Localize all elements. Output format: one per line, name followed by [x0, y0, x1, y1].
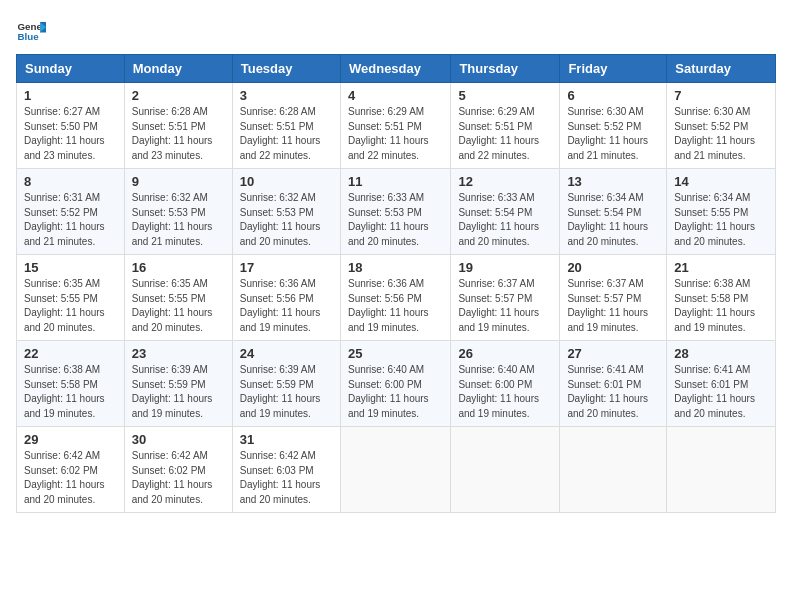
day-info: Sunrise: 6:40 AM Sunset: 6:00 PM Dayligh…	[458, 363, 552, 421]
calendar-cell: 29Sunrise: 6:42 AM Sunset: 6:02 PM Dayli…	[17, 427, 125, 513]
calendar-cell: 25Sunrise: 6:40 AM Sunset: 6:00 PM Dayli…	[340, 341, 450, 427]
day-info: Sunrise: 6:39 AM Sunset: 5:59 PM Dayligh…	[132, 363, 225, 421]
calendar-cell: 8Sunrise: 6:31 AM Sunset: 5:52 PM Daylig…	[17, 169, 125, 255]
calendar-week-row: 29Sunrise: 6:42 AM Sunset: 6:02 PM Dayli…	[17, 427, 776, 513]
calendar-cell: 11Sunrise: 6:33 AM Sunset: 5:53 PM Dayli…	[340, 169, 450, 255]
calendar-cell: 28Sunrise: 6:41 AM Sunset: 6:01 PM Dayli…	[667, 341, 776, 427]
day-info: Sunrise: 6:33 AM Sunset: 5:54 PM Dayligh…	[458, 191, 552, 249]
calendar-cell	[451, 427, 560, 513]
day-number: 30	[132, 432, 225, 447]
day-info: Sunrise: 6:42 AM Sunset: 6:02 PM Dayligh…	[132, 449, 225, 507]
calendar-cell: 6Sunrise: 6:30 AM Sunset: 5:52 PM Daylig…	[560, 83, 667, 169]
day-info: Sunrise: 6:32 AM Sunset: 5:53 PM Dayligh…	[132, 191, 225, 249]
day-info: Sunrise: 6:36 AM Sunset: 5:56 PM Dayligh…	[240, 277, 333, 335]
day-number: 7	[674, 88, 768, 103]
day-number: 2	[132, 88, 225, 103]
calendar-week-row: 8Sunrise: 6:31 AM Sunset: 5:52 PM Daylig…	[17, 169, 776, 255]
calendar-cell: 3Sunrise: 6:28 AM Sunset: 5:51 PM Daylig…	[232, 83, 340, 169]
day-info: Sunrise: 6:41 AM Sunset: 6:01 PM Dayligh…	[674, 363, 768, 421]
day-info: Sunrise: 6:32 AM Sunset: 5:53 PM Dayligh…	[240, 191, 333, 249]
weekday-header: Friday	[560, 55, 667, 83]
day-info: Sunrise: 6:36 AM Sunset: 5:56 PM Dayligh…	[348, 277, 443, 335]
calendar-cell: 26Sunrise: 6:40 AM Sunset: 6:00 PM Dayli…	[451, 341, 560, 427]
weekday-header: Wednesday	[340, 55, 450, 83]
calendar-cell: 10Sunrise: 6:32 AM Sunset: 5:53 PM Dayli…	[232, 169, 340, 255]
weekday-header: Thursday	[451, 55, 560, 83]
calendar-cell: 21Sunrise: 6:38 AM Sunset: 5:58 PM Dayli…	[667, 255, 776, 341]
day-number: 1	[24, 88, 117, 103]
day-info: Sunrise: 6:39 AM Sunset: 5:59 PM Dayligh…	[240, 363, 333, 421]
day-info: Sunrise: 6:37 AM Sunset: 5:57 PM Dayligh…	[458, 277, 552, 335]
weekday-header: Sunday	[17, 55, 125, 83]
day-info: Sunrise: 6:38 AM Sunset: 5:58 PM Dayligh…	[674, 277, 768, 335]
day-number: 5	[458, 88, 552, 103]
calendar-cell: 18Sunrise: 6:36 AM Sunset: 5:56 PM Dayli…	[340, 255, 450, 341]
day-number: 24	[240, 346, 333, 361]
calendar-cell: 23Sunrise: 6:39 AM Sunset: 5:59 PM Dayli…	[124, 341, 232, 427]
day-info: Sunrise: 6:28 AM Sunset: 5:51 PM Dayligh…	[132, 105, 225, 163]
calendar-cell: 4Sunrise: 6:29 AM Sunset: 5:51 PM Daylig…	[340, 83, 450, 169]
calendar-cell: 7Sunrise: 6:30 AM Sunset: 5:52 PM Daylig…	[667, 83, 776, 169]
calendar-header-row: SundayMondayTuesdayWednesdayThursdayFrid…	[17, 55, 776, 83]
day-number: 21	[674, 260, 768, 275]
day-number: 11	[348, 174, 443, 189]
day-info: Sunrise: 6:31 AM Sunset: 5:52 PM Dayligh…	[24, 191, 117, 249]
calendar-cell: 30Sunrise: 6:42 AM Sunset: 6:02 PM Dayli…	[124, 427, 232, 513]
calendar-week-row: 15Sunrise: 6:35 AM Sunset: 5:55 PM Dayli…	[17, 255, 776, 341]
day-number: 18	[348, 260, 443, 275]
day-number: 20	[567, 260, 659, 275]
day-info: Sunrise: 6:29 AM Sunset: 5:51 PM Dayligh…	[458, 105, 552, 163]
day-info: Sunrise: 6:42 AM Sunset: 6:02 PM Dayligh…	[24, 449, 117, 507]
day-number: 23	[132, 346, 225, 361]
day-info: Sunrise: 6:38 AM Sunset: 5:58 PM Dayligh…	[24, 363, 117, 421]
calendar-cell: 27Sunrise: 6:41 AM Sunset: 6:01 PM Dayli…	[560, 341, 667, 427]
day-info: Sunrise: 6:35 AM Sunset: 5:55 PM Dayligh…	[132, 277, 225, 335]
day-number: 15	[24, 260, 117, 275]
day-number: 3	[240, 88, 333, 103]
calendar-cell	[667, 427, 776, 513]
calendar-cell: 31Sunrise: 6:42 AM Sunset: 6:03 PM Dayli…	[232, 427, 340, 513]
day-number: 26	[458, 346, 552, 361]
logo-icon: General Blue	[16, 16, 46, 46]
calendar-cell: 17Sunrise: 6:36 AM Sunset: 5:56 PM Dayli…	[232, 255, 340, 341]
calendar-week-row: 22Sunrise: 6:38 AM Sunset: 5:58 PM Dayli…	[17, 341, 776, 427]
calendar-cell: 1Sunrise: 6:27 AM Sunset: 5:50 PM Daylig…	[17, 83, 125, 169]
day-info: Sunrise: 6:33 AM Sunset: 5:53 PM Dayligh…	[348, 191, 443, 249]
day-number: 27	[567, 346, 659, 361]
calendar-cell	[340, 427, 450, 513]
day-number: 8	[24, 174, 117, 189]
day-number: 10	[240, 174, 333, 189]
day-number: 17	[240, 260, 333, 275]
calendar-cell: 22Sunrise: 6:38 AM Sunset: 5:58 PM Dayli…	[17, 341, 125, 427]
logo: General Blue	[16, 16, 50, 46]
day-info: Sunrise: 6:34 AM Sunset: 5:55 PM Dayligh…	[674, 191, 768, 249]
day-number: 14	[674, 174, 768, 189]
calendar-cell: 24Sunrise: 6:39 AM Sunset: 5:59 PM Dayli…	[232, 341, 340, 427]
weekday-header: Tuesday	[232, 55, 340, 83]
day-number: 28	[674, 346, 768, 361]
calendar-cell: 15Sunrise: 6:35 AM Sunset: 5:55 PM Dayli…	[17, 255, 125, 341]
calendar-week-row: 1Sunrise: 6:27 AM Sunset: 5:50 PM Daylig…	[17, 83, 776, 169]
calendar-table: SundayMondayTuesdayWednesdayThursdayFrid…	[16, 54, 776, 513]
day-number: 19	[458, 260, 552, 275]
day-info: Sunrise: 6:42 AM Sunset: 6:03 PM Dayligh…	[240, 449, 333, 507]
day-number: 22	[24, 346, 117, 361]
calendar-body: 1Sunrise: 6:27 AM Sunset: 5:50 PM Daylig…	[17, 83, 776, 513]
calendar-cell: 9Sunrise: 6:32 AM Sunset: 5:53 PM Daylig…	[124, 169, 232, 255]
day-number: 29	[24, 432, 117, 447]
calendar-cell: 2Sunrise: 6:28 AM Sunset: 5:51 PM Daylig…	[124, 83, 232, 169]
day-number: 9	[132, 174, 225, 189]
day-info: Sunrise: 6:41 AM Sunset: 6:01 PM Dayligh…	[567, 363, 659, 421]
day-number: 13	[567, 174, 659, 189]
day-number: 16	[132, 260, 225, 275]
calendar-cell: 16Sunrise: 6:35 AM Sunset: 5:55 PM Dayli…	[124, 255, 232, 341]
day-info: Sunrise: 6:30 AM Sunset: 5:52 PM Dayligh…	[567, 105, 659, 163]
day-number: 6	[567, 88, 659, 103]
calendar-cell: 20Sunrise: 6:37 AM Sunset: 5:57 PM Dayli…	[560, 255, 667, 341]
calendar-cell: 5Sunrise: 6:29 AM Sunset: 5:51 PM Daylig…	[451, 83, 560, 169]
day-info: Sunrise: 6:37 AM Sunset: 5:57 PM Dayligh…	[567, 277, 659, 335]
svg-text:Blue: Blue	[18, 31, 40, 42]
day-info: Sunrise: 6:28 AM Sunset: 5:51 PM Dayligh…	[240, 105, 333, 163]
day-info: Sunrise: 6:30 AM Sunset: 5:52 PM Dayligh…	[674, 105, 768, 163]
calendar-cell: 13Sunrise: 6:34 AM Sunset: 5:54 PM Dayli…	[560, 169, 667, 255]
